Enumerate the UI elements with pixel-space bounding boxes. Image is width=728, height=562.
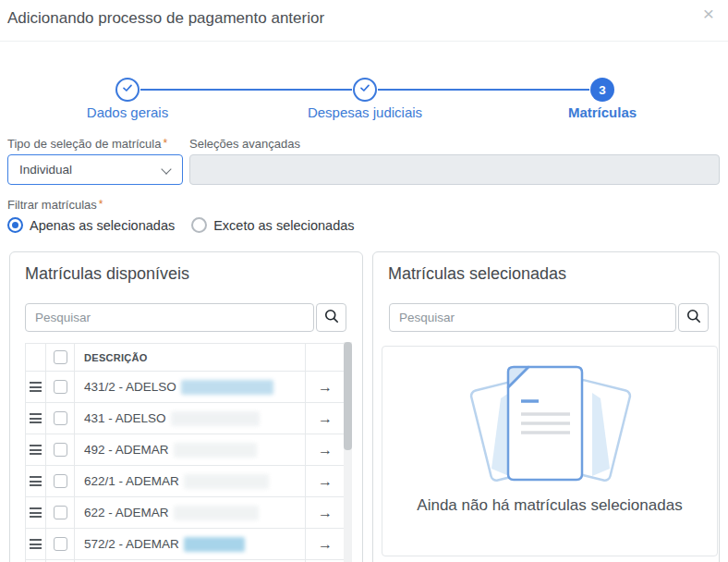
row-redaction [181,380,273,395]
actions-column-header [306,344,345,371]
header-divider [0,41,728,42]
check-icon [121,81,134,98]
radio-apenas-selecionadas[interactable]: Apenas as selecionadas [7,217,175,233]
tipo-selecao-label: Tipo de seleção de matrícula* [7,137,167,151]
drag-handle-icon[interactable] [30,507,42,518]
move-right-icon[interactable]: → [318,443,333,458]
row-checkbox[interactable] [54,443,67,457]
move-right-icon[interactable]: → [318,411,333,426]
close-icon[interactable]: × [697,2,721,26]
required-asterisk: * [163,137,167,150]
row-redaction [184,537,245,552]
modal: Adicionando processo de pagamento anteri… [0,0,728,562]
drag-handle-icon[interactable] [30,445,42,455]
table-row: 622 - ADEMAR → [26,497,345,529]
chevron-down-icon [161,164,171,174]
table-scrollbar-thumb[interactable] [344,342,352,450]
available-matriculas-table: DESCRIÇÃO 431/2 - ADELSO → 431 - ADELSO … [25,343,346,562]
available-search-input[interactable] [25,303,314,332]
row-checkbox[interactable] [54,474,67,488]
table-row: 431 - ADELSO → [26,403,345,434]
step-label-dados-gerais[interactable]: Dados gerais [35,104,220,120]
drag-handle-icon[interactable] [30,413,42,423]
available-matriculas-panel: Matrículas disponíveis DESCRIÇÃO 431/2 -… [9,251,363,562]
table-row: 492 - ADEMAR → [26,434,345,466]
empty-state-message: Ainda não há matrículas selecionadas [382,496,717,515]
row-checkbox[interactable] [54,506,67,519]
description-column-header: DESCRIÇÃO [75,344,306,371]
selected-search-button[interactable] [678,303,709,332]
drag-column-header [26,344,46,371]
filtrar-matriculas-label: Filtrar matrículas* [7,198,103,212]
step-matriculas-circle[interactable]: 3 [590,78,614,102]
move-right-icon[interactable]: → [318,474,333,489]
row-description: 622 - ADEMAR [84,506,169,519]
move-right-icon[interactable]: → [318,537,333,552]
step-label-matriculas[interactable]: Matrículas [510,104,695,120]
selected-panel-title: Matrículas selecionadas [388,264,566,284]
selected-matriculas-panel: Matrículas selecionadas [372,251,720,562]
row-description: 431/2 - ADELSO [84,380,176,394]
stepper-connector [378,89,589,91]
radio-unselected-icon [191,217,207,233]
selecoes-avancadas-input[interactable] [189,154,720,185]
select-value: Individual [19,163,72,177]
step-dados-gerais-circle[interactable] [115,78,140,102]
row-redaction [174,506,259,520]
search-icon [324,309,339,327]
check-icon [358,81,371,98]
radio-exceto-selecionadas[interactable]: Exceto as selecionadas [191,217,354,233]
table-header-row: DESCRIÇÃO [26,344,345,372]
row-description: 492 - ADEMAR [84,443,169,457]
row-checkbox[interactable] [54,537,67,551]
table-body: 431/2 - ADELSO → 431 - ADELSO → 492 - AD… [26,372,345,560]
required-asterisk: * [99,198,103,211]
tipo-selecao-select[interactable]: Individual [7,154,183,185]
row-checkbox[interactable] [54,411,67,425]
step-label-despesas-judiciais[interactable]: Despesas judiciais [273,104,457,120]
row-description: 622/1 - ADEMAR [84,474,179,488]
step-number: 3 [599,83,606,97]
available-panel-title: Matrículas disponíveis [25,264,189,284]
row-redaction [184,474,269,489]
selecoes-avancadas-label: Seleções avançadas [189,137,300,151]
select-all-checkbox[interactable] [54,350,67,364]
table-row: 572/2 - ADEMAR → [26,529,345,560]
table-row: 622/1 - ADEMAR → [26,466,345,497]
move-right-icon[interactable]: → [318,506,333,520]
table-row: 431/2 - ADELSO → [26,372,345,403]
selected-search-input[interactable] [389,303,676,332]
row-checkbox[interactable] [54,380,67,394]
search-icon [686,309,701,327]
row-redaction [171,411,260,426]
empty-state-box: Ainda não há matrículas selecionadas [382,346,718,556]
move-right-icon[interactable]: → [318,380,333,395]
row-description: 431 - ADELSO [84,411,166,425]
row-redaction [174,443,257,458]
step-despesas-judiciais-circle[interactable] [353,78,377,102]
radio-selected-icon [7,217,23,233]
modal-title: Adicionando processo de pagamento anteri… [7,9,324,28]
drag-handle-icon[interactable] [30,539,42,549]
documents-stack-icon [467,358,634,498]
available-search-button[interactable] [316,303,346,332]
filtrar-radio-group: Apenas as selecionadas Exceto as selecio… [7,217,355,233]
stepper-connector [140,89,352,91]
row-description: 572/2 - ADEMAR [84,537,179,551]
drag-handle-icon[interactable] [30,382,42,392]
drag-handle-icon[interactable] [30,476,42,486]
